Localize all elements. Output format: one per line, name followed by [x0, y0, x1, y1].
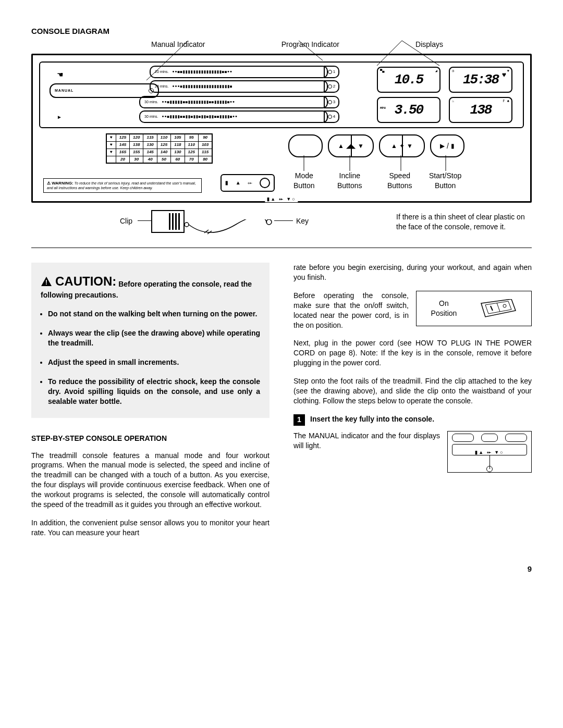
speed-buttons[interactable]: ▲ ✦ ▼ — [379, 134, 425, 157]
hr-cell: 140 — [157, 149, 170, 156]
svg-line-1 — [299, 41, 323, 60]
section-divider — [31, 248, 532, 248]
hr-cell: 118 — [171, 141, 185, 149]
console-diagram-title: CONSOLE DIAGRAM — [31, 26, 532, 36]
step-1-text: The MANUAL indicator and the four displa… — [293, 431, 440, 451]
on-position-block: Before operating the console, make sure … — [293, 291, 532, 330]
stop-icon: ▮ — [451, 142, 455, 150]
program-led-2: 2 — [324, 80, 339, 93]
start-icon: ▶ — [440, 142, 445, 150]
key-label: Key — [296, 216, 309, 226]
hr-cell: 130 — [143, 141, 157, 149]
on-position-diagram: On Position — [416, 291, 532, 326]
program-prefix-1: 20 mins. — [155, 69, 168, 74]
heart-rate-continuation: rate before you begin exercising, during… — [293, 263, 532, 282]
speed-down-icon: ▼ — [407, 142, 413, 150]
caution-bullet: Do not stand on the walking belt when tu… — [48, 309, 260, 319]
program-bars-3: ••▪▮▮▮▮▮▪▪▮▮▮▮▮▮▮▮▪▪▮▮▮▮▮▪•• — [161, 98, 327, 106]
key-slot[interactable]: ▮ ▲ ⬰ — [221, 174, 275, 192]
hr-cell: ♥ — [106, 149, 116, 156]
hr-cell: 165 — [116, 149, 129, 156]
hr-cell: 110 — [185, 141, 198, 149]
program-slot-3: 30 mins. ••▪▮▮▮▮▮▪▪▮▮▮▮▮▮▮▮▪▪▮▮▮▮▮▪•• — [139, 96, 328, 108]
clip-label: Clip — [120, 216, 132, 226]
svg-line-16 — [497, 303, 500, 312]
clip-drawing — [151, 210, 185, 233]
program-led-num-1: 1 — [333, 69, 335, 75]
body-columns: ! CAUTION: Before operating the console,… — [31, 263, 532, 546]
plug-in-para: Next, plug in the power cord (see HOW TO… — [293, 338, 532, 368]
operation-heading: STEP-BY-STEP CONSOLE OPERATION — [31, 434, 270, 443]
display-icon-fire: ♨ — [452, 99, 454, 104]
hr-cell: ♥ — [106, 134, 116, 141]
display-time-value: 15:38 — [463, 71, 498, 89]
svg-point-8 — [185, 223, 189, 227]
hr-cell: 125 — [185, 149, 198, 156]
warning-lead: ⚠ WARNING: — [47, 181, 74, 186]
caution-box: ! CAUTION: Before operating the console,… — [31, 263, 270, 418]
program-prefix-2: 20 mins. — [155, 84, 168, 89]
display-icon-incline: ◢ — [435, 69, 437, 73]
label-startstop-button: Start/Stop Button — [429, 171, 461, 191]
step-1-mini-console: ▮▲ ⬰ ▼○ — [447, 431, 532, 473]
hr-cell: 110 — [157, 134, 170, 141]
program-led-3: 3 — [324, 96, 339, 108]
display-speed-unit: MPH — [380, 106, 386, 110]
program-prefix-3: 30 mins. — [144, 100, 158, 104]
display-time: ◷ ♥ 15:38 — [449, 67, 512, 93]
label-incline-buttons: Incline Buttons — [337, 171, 362, 191]
step-1-body: The MANUAL indicator and the four displa… — [293, 431, 532, 473]
display-incline: ▀▄ ◢ 10.5 — [377, 67, 440, 93]
svg-point-9 — [266, 219, 272, 225]
hr-cell: ♥ — [106, 141, 116, 149]
hand-grip-icon: ☚ — [57, 70, 64, 80]
program-slot-2: 20 mins. •••▪▮▮▮▮▮▮▮▮▮▮▮▮▮▮▮▮▮▮▪ — [150, 80, 328, 93]
step-1-row: 1 Insert the key fully into the console. — [293, 414, 532, 426]
hr-cell: 125 — [157, 141, 170, 149]
display-icon-walker: ▀▄ — [380, 69, 384, 73]
incline-buttons[interactable]: ▲ ◢◣ ▼ — [328, 134, 374, 157]
key-cord-drawing — [183, 219, 272, 235]
caution-heading: ! CAUTION: Before operating the console,… — [41, 273, 260, 300]
mode-button[interactable] — [288, 134, 323, 157]
key-triangle-icon: ▲ — [236, 179, 241, 187]
program-bars-2: •••▪▮▮▮▮▮▮▮▮▮▮▮▮▮▮▮▮▮▮▪ — [172, 83, 327, 90]
warning-triangle-icon: ! — [41, 276, 52, 287]
hr-cell: 95 — [185, 134, 198, 141]
program-led-num-3: 3 — [333, 100, 335, 105]
key-leader-line — [274, 220, 293, 221]
program-led-num-4: 4 — [333, 114, 335, 120]
step-onto-para: Step onto the foot rails of the treadmil… — [293, 376, 532, 406]
display-calories-value: 138 — [470, 101, 492, 119]
hr-cell: 120 — [130, 134, 143, 141]
display-speed: MPH 3.50 — [377, 97, 440, 123]
caution-bullet: Always wear the clip (see the drawing ab… — [48, 328, 260, 348]
display-speed-value: 3.50 — [395, 101, 423, 119]
display-incline-value: 10.5 — [395, 71, 423, 89]
page-number: 9 — [31, 564, 532, 574]
key-shape-icon: ⬰ — [248, 179, 252, 187]
program-led-num-2: 2 — [333, 84, 335, 90]
manual-indicator-label: MANUAL — [55, 88, 74, 93]
operation-para-2: In addition, the convenient pulse sensor… — [31, 518, 270, 538]
incline-up-icon: ▲ — [338, 142, 344, 150]
step-1-title: Insert the key fully into the console. — [310, 414, 434, 424]
hr-cell: 115 — [198, 149, 212, 156]
program-slot-4: 30 mins. ••▪▮▮▮▮▪▪▮▮▪▮▮▪▮▮▪▮▮▪▪▮▮▮▮▪•• — [139, 110, 328, 123]
hr-cell: 125 — [116, 134, 129, 141]
hr-cell: 130 — [171, 149, 185, 156]
start-stop-button[interactable]: ▶ / ▮ — [430, 134, 464, 157]
right-column: rate before you begin exercising, during… — [293, 263, 532, 546]
hr-cell: 90 — [198, 134, 212, 141]
operation-para-1: The treadmill console features a manual … — [31, 451, 270, 510]
caution-bullet-list: Do not stand on the walking belt when tu… — [41, 309, 260, 406]
leader-lines-top — [33, 40, 530, 60]
display-icon-clock: ◷ — [452, 69, 454, 73]
left-column: ! CAUTION: Before operating the console,… — [31, 263, 270, 546]
plastic-sheet-note: If there is a thin sheet of clear plasti… — [396, 212, 532, 232]
caution-bullet: To reduce the possibility of electric sh… — [48, 377, 260, 406]
svg-text:!: ! — [45, 278, 47, 286]
caution-lead: CAUTION: — [55, 273, 116, 290]
program-slot-1: 20 mins. ••▪▪▮▮▮▮▮▮▮▮▮▮▮▮▮▮▮▪▪•• — [150, 66, 328, 78]
label-speed-buttons: Speed Buttons — [387, 171, 412, 191]
